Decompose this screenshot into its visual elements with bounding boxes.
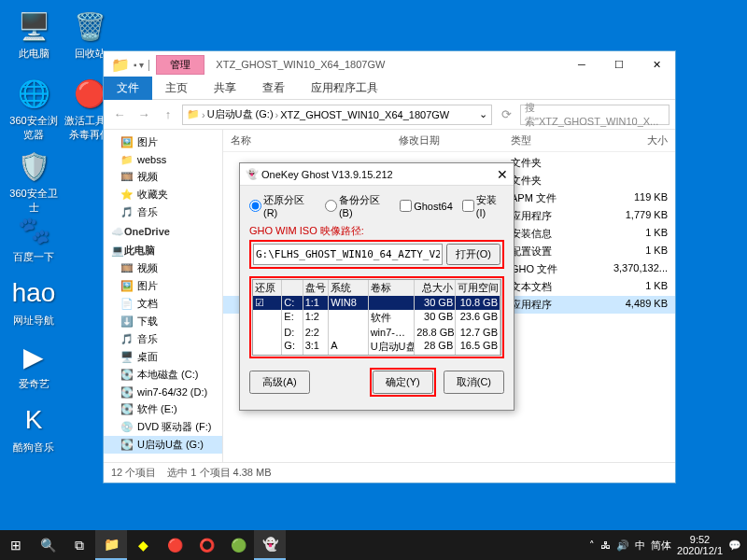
drive-row[interactable]: ☑C:1:1WIN830 GB10.8 GB	[253, 296, 500, 310]
address-bar-row: ← → ↑ 📁 › U启动U盘 (G:) › XTZ_GHOST_WIN10_X…	[104, 100, 675, 130]
address-bar[interactable]: 📁 › U启动U盘 (G:) › XTZ_GHOST_WIN10_X64_180…	[182, 105, 492, 125]
ime-indicator[interactable]: 中	[635, 539, 645, 553]
nav-item[interactable]: 🎵音乐	[104, 203, 222, 221]
option-checkbox[interactable]: 安装(I)	[462, 193, 504, 218]
nav-item[interactable]: 📄文档	[104, 295, 222, 313]
restore-radio[interactable]: 备份分区(B)	[325, 193, 390, 218]
search-icon[interactable]: 🔍	[32, 530, 63, 560]
action-center-icon[interactable]: 💬	[728, 539, 741, 552]
desktop-icon[interactable]: 🖥️此电脑	[7, 7, 60, 61]
desktop-icon[interactable]: ▶爱奇艺	[7, 338, 60, 391]
explorer-titlebar[interactable]: 📁 ▪ ▾ │ 管理 XTZ_GHOST_WIN10_X64_1807GW ─ …	[104, 51, 675, 77]
start-button[interactable]: ⊞	[0, 530, 32, 560]
minimize-button[interactable]: ─	[563, 51, 600, 77]
up-button[interactable]: ↑	[158, 105, 178, 125]
nav-item[interactable]: 🖼️图片	[104, 277, 222, 295]
taskbar-onekey[interactable]: 👻	[254, 530, 286, 560]
nav-item[interactable]: 🎞️视频	[104, 168, 222, 186]
drive-row[interactable]: E:1:2软件30 GB23.6 GB	[253, 310, 500, 326]
open-button[interactable]: 打开(O)	[446, 244, 500, 265]
ribbon-tab[interactable]: 共享	[201, 77, 249, 100]
taskbar-browser[interactable]: ⭕	[190, 530, 222, 560]
forward-button[interactable]: →	[134, 105, 154, 125]
desktop-icon[interactable]: hao网址导航	[7, 274, 60, 328]
nav-item[interactable]: 🎞️视频	[104, 259, 222, 277]
nav-item[interactable]: 🖼️图片	[104, 133, 222, 151]
image-path-row: 打开(O)	[249, 240, 504, 269]
desktop-icon[interactable]: 🐾百度一下	[7, 211, 60, 264]
taskbar-app[interactable]: 🟢	[222, 530, 254, 560]
desktop-icon[interactable]: 🛡️360安全卫士	[7, 147, 60, 215]
ribbon: 文件 主页共享查看应用程序工具	[104, 77, 675, 100]
nav-item[interactable]: 💽win7-64/32 (D:)	[104, 384, 222, 400]
drive-row[interactable]: D:2:2win7-…28.8 GB12.7 GB	[253, 326, 500, 339]
nav-item[interactable]: ☁️OneDrive	[104, 221, 222, 240]
tool-tab[interactable]: 管理	[156, 55, 204, 75]
search-input[interactable]: 搜索"XTZ_GHOST_WIN10_X...	[520, 105, 669, 125]
network-icon[interactable]: 🖧	[600, 539, 611, 551]
option-checkbox[interactable]: Ghost64	[400, 200, 453, 212]
folder-icon: 📁	[111, 56, 130, 74]
nav-item[interactable]: 💻此电脑	[104, 240, 222, 259]
app-icon: 👻	[246, 168, 259, 180]
dialog-close-button[interactable]: ✕	[497, 167, 508, 182]
ok-button[interactable]: 确定(Y)	[373, 371, 433, 394]
column-headers[interactable]: 名称修改日期类型大小	[223, 130, 675, 152]
nav-item[interactable]: 💿DVD 驱动器 (F:)	[104, 418, 222, 436]
advanced-button[interactable]: 高级(A)	[249, 371, 310, 394]
dialog-title: OneKey Ghost V13.9.15.212	[261, 169, 393, 180]
nav-item[interactable]: ⭐收藏夹	[104, 186, 222, 203]
nav-item[interactable]: 💽软件 (E:)	[104, 400, 222, 418]
nav-item[interactable]: 📁webss	[104, 151, 222, 168]
restore-radio[interactable]: 还原分区(R)	[249, 193, 316, 218]
drive-row[interactable]: G:3:1AU启动U盘28 GB16.5 GB	[253, 339, 500, 355]
ime-mode[interactable]: 简体	[651, 539, 671, 553]
volume-icon[interactable]: 🔊	[616, 539, 629, 552]
taskbar-app[interactable]: 🔴	[159, 530, 190, 560]
nav-item[interactable]: 🖥️桌面	[104, 348, 222, 366]
window-title: XTZ_GHOST_WIN10_X64_1807GW	[216, 59, 385, 70]
nav-item[interactable]: 💽本地磁盘 (C:)	[104, 366, 222, 384]
nav-pane[interactable]: 🖼️图片📁webss🎞️视频⭐收藏夹🎵音乐☁️OneDrive💻此电脑🎞️视频🖼…	[104, 130, 223, 462]
image-path-label: GHO WIM ISO 映像路径:	[249, 224, 504, 238]
tray-up-icon[interactable]: ˄	[589, 539, 595, 552]
cancel-button[interactable]: 取消(C)	[444, 371, 504, 394]
image-path-input[interactable]	[253, 244, 443, 265]
ribbon-tab[interactable]: 主页	[152, 77, 201, 100]
onekey-ghost-dialog: 👻 OneKey Ghost V13.9.15.212 ✕ 还原分区(R) 备份…	[239, 162, 514, 411]
taskbar[interactable]: ⊞ 🔍 ⧉ 📁 ◆ 🔴 ⭕ 🟢 👻 ˄ 🖧 🔊 中 简体 9:52 2020/1…	[0, 530, 747, 560]
ribbon-tab[interactable]: 应用程序工具	[298, 77, 391, 100]
taskview-icon[interactable]: ⧉	[63, 530, 95, 560]
close-button[interactable]: ✕	[638, 51, 675, 77]
taskbar-app[interactable]: ◆	[127, 530, 159, 560]
drive-table[interactable]: 还原盘号系统卷标总大小可用空间 ☑C:1:1WIN830 GB10.8 GBE:…	[252, 279, 501, 356]
nav-item[interactable]: ⬇️下载	[104, 313, 222, 330]
taskbar-explorer[interactable]: 📁	[95, 530, 127, 560]
back-button[interactable]: ←	[109, 105, 130, 125]
desktop-icon[interactable]: 🌐360安全浏览器	[7, 75, 60, 142]
nav-item[interactable]: 🎵音乐	[104, 330, 222, 348]
ribbon-tab[interactable]: 查看	[249, 77, 298, 100]
file-tab[interactable]: 文件	[104, 77, 152, 100]
dialog-titlebar[interactable]: 👻 OneKey Ghost V13.9.15.212 ✕	[240, 163, 514, 186]
clock[interactable]: 9:52 2020/12/1	[677, 534, 723, 556]
nav-item[interactable]: 💽U启动U盘 (G:)	[104, 436, 222, 454]
desktop-icon[interactable]: K酷狗音乐	[7, 401, 60, 455]
refresh-button[interactable]: ⟳	[496, 105, 516, 125]
maximize-button[interactable]: ☐	[600, 51, 638, 77]
status-bar: 12 个项目 选中 1 个项目 4.38 MB	[104, 462, 675, 483]
